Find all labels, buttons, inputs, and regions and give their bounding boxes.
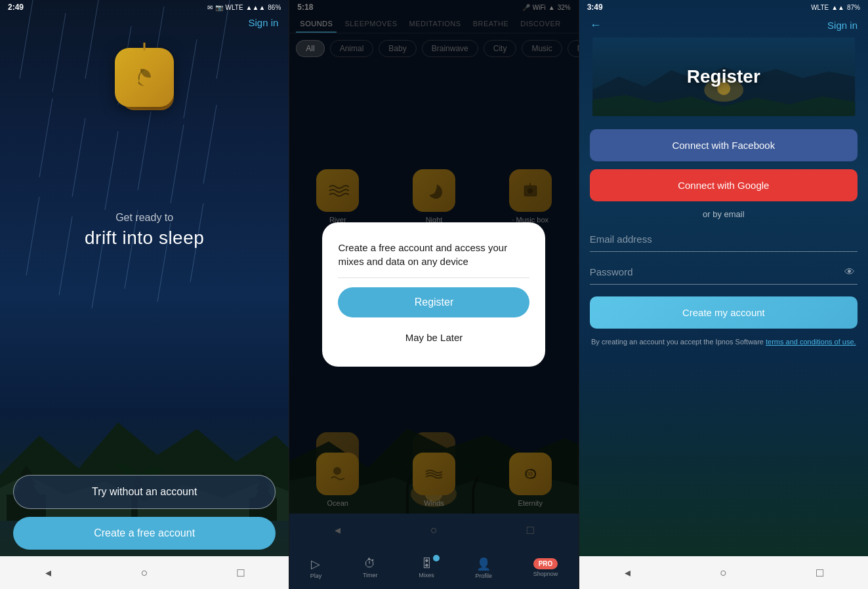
- try-without-account-button[interactable]: Try without an account: [13, 475, 276, 509]
- recents-nav-button-3[interactable]: □: [810, 563, 830, 582]
- mixes-icon: 🎛: [421, 557, 432, 571]
- panel-sounds: 5:18 🎤 WiFi ▲ 32% SOUNDS SLEEPMOVES MEDI…: [289, 0, 578, 589]
- register-form: Connect with Facebook Connect with Googl…: [579, 116, 868, 589]
- back-nav-button-3[interactable]: ◂: [617, 563, 637, 582]
- nav-profile[interactable]: 👤 Profile: [475, 557, 492, 579]
- register-header: Register: [587, 37, 860, 116]
- modal-register-button[interactable]: Register: [338, 287, 529, 317]
- top-nav-1: Sign in: [0, 14, 289, 28]
- play-icon: ▷: [311, 557, 320, 571]
- bottom-nav-bar-2: ▷ Play ⏱ Timer 🎛 Mixes 👤 Profile PRO Sho…: [289, 546, 578, 589]
- password-input[interactable]: [590, 260, 858, 285]
- moon-svg-icon: [128, 61, 161, 94]
- back-button[interactable]: ←: [590, 18, 602, 32]
- system-nav-bar-2: ◂ ○ □: [289, 514, 578, 546]
- home-nav-button[interactable]: ○: [134, 563, 154, 582]
- time-3: 3:49: [587, 3, 603, 12]
- nav-play[interactable]: ▷ Play: [310, 557, 322, 579]
- status-icons-1: ✉ 📷 WLTE ▲▲▲ 86%: [207, 4, 281, 11]
- terms-text: By creating an account you accept the Ip…: [590, 336, 858, 348]
- svg-line-10: [138, 112, 151, 190]
- panel-register: 3:49 WLTE ▲▲ 87% ← Sign in Reg: [579, 0, 868, 589]
- bottom-buttons: Try without an account Create a free acc…: [0, 475, 289, 550]
- status-icons-3: WLTE ▲▲ 87%: [811, 4, 860, 11]
- nav-profile-label: Profile: [475, 573, 492, 579]
- register-title: Register: [687, 66, 760, 87]
- home-nav-button-3[interactable]: ○: [714, 563, 734, 582]
- email-input[interactable]: [590, 227, 858, 252]
- status-bar-1: 2:49 ✉ 📷 WLTE ▲▲▲ 86%: [0, 0, 289, 14]
- create-free-account-button[interactable]: Create a free account: [13, 517, 276, 550]
- connect-facebook-button[interactable]: Connect with Facebook: [590, 129, 858, 161]
- modal-title: Create a free account and access your mi…: [338, 241, 529, 278]
- svg-line-7: [39, 98, 52, 177]
- nav-pro[interactable]: PRO Shopnow: [533, 558, 558, 577]
- recents-nav-button-2[interactable]: □: [520, 520, 540, 540]
- tagline-area: Get ready to drift into sleep: [0, 212, 289, 249]
- profile-icon: 👤: [476, 557, 491, 571]
- logo-area: [0, 28, 289, 107]
- svg-line-8: [72, 118, 85, 197]
- back-nav-button[interactable]: ◂: [38, 563, 58, 582]
- eye-toggle-icon[interactable]: 👁: [844, 266, 855, 278]
- timer-icon: ⏱: [364, 557, 376, 571]
- register-modal: Create a free account and access your mi…: [322, 222, 545, 367]
- pro-badge: PRO: [533, 558, 558, 569]
- sign-in-button[interactable]: Sign in: [827, 20, 858, 31]
- or-email-divider: or by email: [590, 209, 858, 219]
- svg-line-11: [171, 125, 184, 203]
- recents-nav-button[interactable]: □: [231, 563, 251, 582]
- register-modal-overlay: Create a free account and access your mi…: [289, 0, 578, 589]
- modal-later-button[interactable]: May be Later: [338, 327, 529, 348]
- system-nav-bar-3: ◂ ○ □: [579, 556, 868, 589]
- status-bar-3: 3:49 WLTE ▲▲ 87%: [579, 0, 868, 14]
- nav-play-label: Play: [310, 573, 322, 579]
- nav-pro-label: Shopnow: [533, 571, 558, 577]
- nav-timer-label: Timer: [363, 572, 378, 579]
- svg-line-12: [203, 105, 217, 184]
- back-nav-button-2[interactable]: ◂: [328, 520, 348, 540]
- nav-timer[interactable]: ⏱ Timer: [363, 557, 378, 579]
- terms-link[interactable]: terms and conditions of use.: [766, 338, 856, 346]
- password-field-row: 👁: [590, 260, 858, 285]
- app-logo: [115, 48, 174, 107]
- time-1: 2:49: [8, 3, 24, 12]
- create-account-button[interactable]: Create my account: [590, 296, 858, 329]
- sign-in-link-1[interactable]: Sign in: [248, 17, 278, 28]
- nav-mixes-label: Mixes: [419, 572, 434, 579]
- tagline-top: Get ready to: [13, 212, 276, 224]
- panel-sleep-home: 2:49 ✉ 📷 WLTE ▲▲▲ 86% Sign in .rain { st…: [0, 0, 289, 589]
- system-nav-bar-1: ◂ ○ □: [0, 556, 289, 589]
- register-nav: ← Sign in: [579, 14, 868, 37]
- svg-line-9: [105, 131, 118, 210]
- connect-google-button[interactable]: Connect with Google: [590, 169, 858, 201]
- nav-mixes[interactable]: 🎛 Mixes: [419, 557, 434, 579]
- home-nav-button-2[interactable]: ○: [424, 520, 444, 540]
- tagline-main: drift into sleep: [13, 228, 276, 249]
- logo-card-1: [115, 48, 174, 107]
